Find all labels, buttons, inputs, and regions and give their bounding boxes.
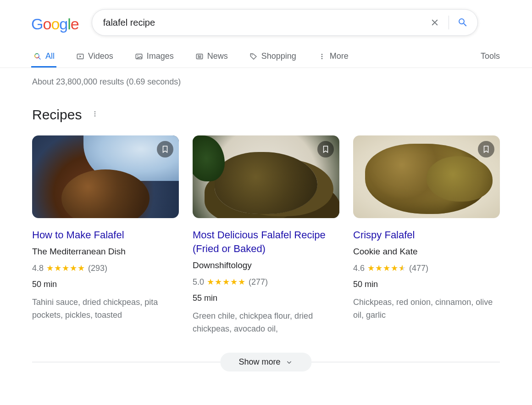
star-icon: ★★★★★ — [207, 277, 246, 287]
tag-icon — [249, 52, 258, 61]
recipe-time: 55 min — [193, 293, 339, 303]
news-icon — [195, 52, 204, 61]
star-icon: ★★★★★ — [367, 263, 406, 273]
recipe-image[interactable] — [32, 135, 179, 218]
rating-value: 5.0 — [193, 277, 204, 287]
video-icon — [76, 52, 85, 61]
review-count: (477) — [409, 264, 428, 273]
chevron-down-icon — [285, 358, 294, 366]
more-vertical-icon — [317, 52, 327, 61]
rating-value: 4.8 — [32, 264, 44, 273]
recipe-rating: 5.0 ★★★★★ (277) — [193, 277, 339, 287]
search-color-icon — [33, 52, 42, 61]
review-count: (293) — [88, 264, 107, 273]
tab-more[interactable]: More — [316, 51, 350, 68]
recipes-more-button[interactable] — [91, 110, 99, 120]
recipe-source: The Mediterranean Dish — [32, 247, 179, 257]
svg-point-18 — [94, 113, 95, 114]
svg-rect-12 — [200, 55, 201, 56]
svg-point-14 — [321, 54, 323, 55]
tab-label: All — [45, 51, 55, 61]
recipe-image[interactable] — [353, 135, 500, 218]
recipe-image[interactable] — [193, 135, 339, 218]
recipe-time: 50 min — [353, 280, 500, 289]
recipe-ingredients: Green chile, chickpea flour, dried chick… — [193, 309, 339, 335]
rating-value: 4.6 — [353, 264, 365, 273]
recipe-rating: 4.8 ★★★★★ (293) — [32, 263, 179, 273]
recipe-ingredients: Chickpeas, red onion, cinnamon, olive oi… — [353, 296, 500, 321]
bookmark-button[interactable] — [157, 141, 173, 158]
bookmark-button[interactable] — [317, 141, 334, 158]
bookmark-icon — [482, 145, 490, 153]
search-bar — [92, 9, 478, 36]
svg-point-7 — [137, 55, 138, 56]
tabs-row: All Videos Images News Shopping More Too… — [0, 51, 532, 68]
recipe-rating: 4.6 ★★★★★ (477) — [353, 263, 500, 273]
tab-label: News — [207, 51, 228, 61]
more-vertical-icon — [91, 110, 99, 118]
tab-all[interactable]: All — [31, 51, 56, 68]
tab-shopping[interactable]: Shopping — [247, 51, 298, 68]
search-icon — [457, 17, 468, 28]
recipe-source: Cookie and Kate — [353, 247, 500, 257]
bookmark-icon — [321, 145, 330, 153]
tab-images[interactable]: Images — [133, 51, 176, 68]
recipe-card: Most Delicious Falafel Recipe (Fried or … — [193, 135, 339, 335]
close-icon — [430, 17, 440, 28]
tab-news[interactable]: News — [193, 51, 230, 68]
image-icon — [134, 52, 144, 61]
recipe-title-link[interactable]: Crispy Falafel — [353, 228, 500, 242]
svg-point-17 — [94, 111, 95, 112]
svg-point-16 — [321, 58, 323, 59]
svg-point-19 — [94, 115, 95, 116]
recipe-ingredients: Tahini sauce, dried chickpeas, pita pock… — [32, 296, 179, 321]
recipe-title-link[interactable]: Most Delicious Falafel Recipe (Fried or … — [193, 228, 339, 256]
tab-label: More — [330, 51, 349, 61]
svg-rect-6 — [136, 54, 142, 59]
star-icon: ★★★★★ — [46, 263, 85, 273]
tab-label: Shopping — [261, 51, 296, 61]
search-divider — [449, 16, 449, 29]
search-button[interactable] — [456, 16, 469, 29]
svg-point-13 — [251, 54, 252, 55]
svg-point-15 — [321, 56, 323, 57]
recipe-card: How to Make Falafel The Mediterranean Di… — [32, 135, 179, 335]
review-count: (277) — [249, 277, 268, 287]
tab-label: Videos — [88, 51, 113, 61]
google-logo[interactable]: Google — [31, 15, 79, 33]
recipes-heading: Recipes — [32, 107, 82, 123]
tab-label: Images — [147, 51, 174, 61]
recipe-title-link[interactable]: How to Make Falafel — [32, 228, 179, 242]
svg-line-4 — [39, 57, 40, 59]
show-more-button[interactable]: Show more — [220, 353, 311, 371]
recipe-card: Crispy Falafel Cookie and Kate 4.6 ★★★★★… — [353, 135, 500, 335]
tools-button[interactable]: Tools — [481, 51, 500, 68]
clear-search-button[interactable] — [428, 16, 441, 29]
result-stats: About 23,800,000 results (0.69 seconds) — [32, 77, 532, 87]
tab-videos[interactable]: Videos — [74, 51, 115, 68]
show-more-label: Show more — [238, 357, 280, 367]
recipe-source: Downshiftology — [193, 260, 339, 270]
search-input[interactable] — [103, 17, 428, 28]
bookmark-icon — [161, 145, 169, 153]
bookmark-button[interactable] — [478, 141, 494, 158]
recipe-time: 50 min — [32, 280, 179, 289]
